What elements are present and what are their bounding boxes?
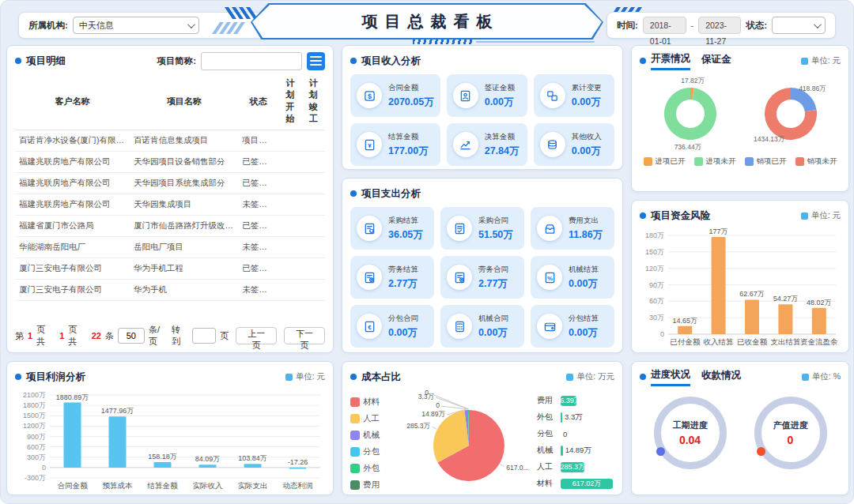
svg-text:-17.26: -17.26 (288, 458, 308, 466)
legend-item[interactable]: 销项已开 (745, 156, 787, 167)
fund-risk-panel: 项目资金风险 单位: 元 030万60万90万120万150万180万14.65… (631, 200, 849, 353)
svg-text:资金流盈余: 资金流盈余 (800, 337, 838, 346)
legend-item[interactable]: 材料 (350, 397, 396, 408)
stat-value: 0.00万 (569, 277, 599, 291)
svg-text:1477.96万: 1477.96万 (101, 407, 134, 415)
progress-gauge: 工期进度0.04 (654, 397, 727, 469)
cost-bar-row: 人工285.3万 (537, 461, 613, 472)
table-row[interactable]: 福建兆联房地产有限公司天华园项目设备销售部分已签合同 (15, 152, 325, 173)
table-row[interactable]: 福建兆联房地产有限公司天华园项目系统集成部分已签合同 (15, 173, 325, 194)
page-size-input[interactable] (118, 328, 145, 344)
pagination-text: 第 (15, 330, 24, 342)
table-cell (302, 237, 325, 258)
legend-label: 销项已开 (757, 156, 787, 167)
legend-swatch (745, 157, 754, 166)
table-column-header[interactable]: 客户名称 (15, 73, 130, 130)
pagination-text: 条 (105, 330, 114, 342)
unit-label: 单位: 元 (801, 210, 841, 221)
svg-text:600万: 600万 (27, 443, 46, 451)
unit-label: 单位: 元 (801, 55, 841, 66)
table-row[interactable]: 福建兆联房地产有限公司天华园集成项目未签合同 (15, 194, 325, 216)
svg-text:177万: 177万 (709, 228, 728, 235)
status-select[interactable] (772, 17, 826, 34)
profit-analysis-panel: 项目利润分析 单位: 元 -300万0300万600万900万1200万1500… (6, 361, 334, 495)
legend-item[interactable]: 分包 (350, 446, 396, 457)
legend-item[interactable]: 机械 (350, 430, 396, 441)
project-abbr-search-input[interactable] (201, 52, 302, 70)
stat-label: 机械合同 (478, 314, 508, 324)
table-cell: 天华园项目系统集成部分 (130, 173, 238, 194)
prev-page-button[interactable]: 上一页 (236, 327, 277, 344)
table-row[interactable]: 厦门三安电子有限公司华为手机未签合同 (15, 280, 325, 301)
stat-card: 累计变更0.00万 (534, 74, 614, 117)
date-to-input[interactable]: 2023-11-27 (698, 17, 741, 34)
income-card-grid: $合同金额2070.05万签证金额0.00万累计变更0.00万¥结算金额177.… (350, 74, 614, 166)
unit-label: 单位: 元 (285, 371, 325, 382)
table-cell: 福建兆联房地产有限公司 (15, 173, 130, 194)
banner-line-decoration (476, 41, 595, 43)
svg-text:-300万: -300万 (25, 474, 46, 482)
table-cell: 华能湖南岳阳电厂 (15, 237, 130, 258)
table-row[interactable]: 厦门中远逸集团发展有限公司厦门中远新办公楼门禁系统已签合同 (15, 301, 325, 307)
table-cell (302, 152, 325, 173)
tab-invoice-status[interactable]: 开票情况 (651, 52, 690, 70)
panel-title: 项目利润分析 (26, 370, 85, 384)
goto-page-input[interactable] (192, 328, 216, 344)
cost-bar-track: 56.39万 (561, 396, 613, 406)
panel-bullet (350, 374, 357, 380)
pagination-bar: 第 1 页 共 1 页 共 22 条 条/页 转到 页 上一页 下一页 (15, 320, 325, 348)
legend-item[interactable]: 人工 (350, 413, 396, 424)
svg-text:实际收入: 实际收入 (193, 481, 224, 490)
cost-bar-track: 617.02万 (561, 479, 613, 489)
panel-bullet (15, 374, 21, 380)
table-cell (302, 130, 325, 152)
table-column-header[interactable]: 计划开始 (278, 73, 301, 130)
svg-text:€: € (368, 323, 372, 330)
table-row[interactable]: 华能湖南岳阳电厂岳阳电厂项目未签合同 (15, 237, 325, 258)
tab-collection-status[interactable]: 收款情况 (701, 369, 741, 385)
decorative-slashes-left-2 (216, 22, 241, 34)
legend-label: 人工 (363, 413, 380, 424)
table-row[interactable]: 厦门三安电子有限公司华为手机工程已签合同 (15, 258, 325, 280)
stat-card: 采购结算36.05万 (350, 207, 434, 250)
doc-sub-icon: € (357, 314, 382, 339)
stat-label: 签证金额 (485, 83, 515, 93)
unit-square-icon (801, 213, 808, 220)
legend-item[interactable]: 销项未开 (795, 156, 837, 167)
list-view-icon[interactable] (307, 52, 325, 70)
panel-title: 成本占比 (361, 370, 401, 384)
svg-text:1200万: 1200万 (23, 422, 46, 430)
income-analysis-panel: 项目收入分析 $合同金额2070.05万签证金额0.00万累计变更0.00万¥结… (342, 45, 623, 170)
table-cell: 已签合同 (238, 173, 278, 194)
table-row[interactable]: 百诺肯净水设备(厦门)有限公司百诺肯信息集成项目项目在建 (15, 130, 325, 152)
legend-item[interactable]: 费用 (350, 480, 396, 491)
money-square-icon: $ (357, 83, 382, 108)
table-row[interactable]: 福建省厦门市公路局厦门市仙岳路路灯升级改造项目已签合同 (15, 216, 325, 237)
svg-text:17.82万: 17.82万 (681, 77, 705, 85)
org-select[interactable]: 中天信息 (73, 17, 199, 34)
progress-panel: 进度状况 收款情况 单位: % 工期进度0.04产值进度0 (631, 361, 849, 495)
table-column-header[interactable]: 计划竣工 (302, 73, 325, 130)
gauge-label: 工期进度 (673, 419, 708, 431)
legend-item[interactable]: 进项已开 (644, 156, 686, 167)
stat-value: 0.00万 (572, 145, 602, 158)
doc-settle-icon (357, 216, 382, 241)
table-cell: 天华园项目设备销售部分 (130, 152, 238, 173)
svg-text:54.27万: 54.27万 (773, 295, 799, 303)
table-column-header[interactable]: 项目名称 (130, 73, 238, 130)
table-column-header[interactable]: 状态 (238, 73, 278, 130)
unit-square-icon (285, 374, 293, 381)
tab-deposit[interactable]: 保证金 (701, 53, 731, 69)
pagination-text: 页 (220, 330, 229, 342)
legend-item[interactable]: 外包 (350, 463, 396, 474)
cost-bar: 56.39万 (561, 396, 576, 406)
date-from-input[interactable]: 2018-01-01 (643, 17, 686, 34)
stat-card: 劳务合同2.77万 (440, 256, 524, 299)
legend-item[interactable]: 进项未开 (694, 156, 736, 167)
stat-value: 2070.05万 (388, 96, 434, 109)
next-page-button[interactable]: 下一页 (284, 327, 325, 344)
svg-text:300万: 300万 (27, 453, 46, 461)
coins-icon (540, 132, 565, 157)
stat-label: 其他收入 (572, 132, 602, 142)
tab-progress-status[interactable]: 进度状况 (651, 368, 690, 386)
